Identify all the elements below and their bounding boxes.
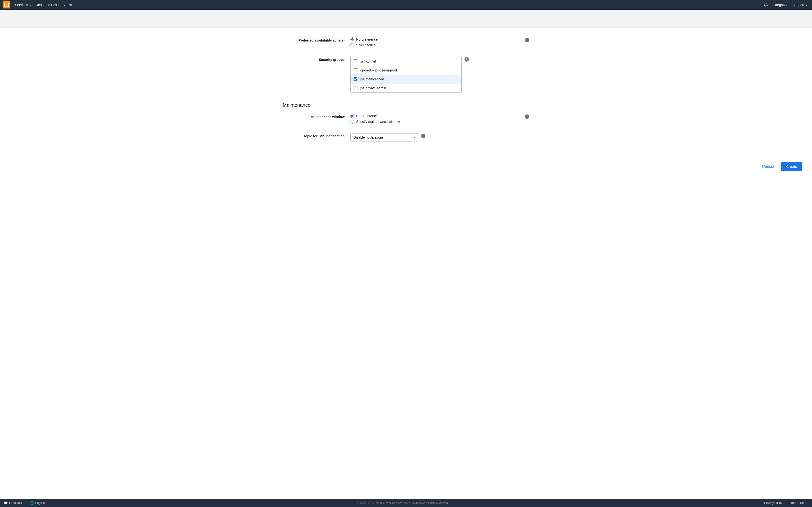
services-chevron-icon xyxy=(29,4,31,6)
security-groups-label: Security groups xyxy=(283,57,350,62)
sg-checkbox-jss-memcached[interactable] xyxy=(354,77,357,81)
aws-cube-icon xyxy=(4,3,9,7)
sg-row-jss-memcached[interactable]: jss-memcached xyxy=(351,75,461,84)
region-chevron-icon xyxy=(786,4,788,6)
language-selector[interactable]: English xyxy=(30,501,45,505)
sns-notification-select[interactable]: Disable notifications xyxy=(350,133,418,142)
page-header-band xyxy=(0,10,812,28)
feedback-label: Feedback xyxy=(9,501,22,505)
maintenance-window-controls: No preference Specify maintenance window… xyxy=(350,114,529,125)
sns-notification-controls: Disable notifications ▼ i xyxy=(350,133,529,142)
maintenance-window-info-icon[interactable]: i xyxy=(525,114,529,119)
feedback-link[interactable]: Feedback xyxy=(4,501,26,505)
create-button[interactable]: Create xyxy=(781,162,802,171)
support-menu[interactable]: Support xyxy=(791,2,809,8)
maintenance-section-title: Maintenance xyxy=(283,97,529,110)
sg-row-ssh-tunnel[interactable]: ssh-tunnel xyxy=(351,57,461,66)
mw-no-preference-label: No preference xyxy=(356,114,378,118)
sns-notification-label: Topic for SNS notification xyxy=(283,133,350,138)
region-menu[interactable]: Oregon xyxy=(771,2,790,8)
security-groups-box: ssh-tunnel open-do-not-use-in-prod jss-m… xyxy=(350,57,462,93)
security-groups-info-icon[interactable]: i xyxy=(464,57,469,62)
sg-checkbox-jss-private-admin[interactable] xyxy=(354,86,357,90)
resource-groups-label: Resource Groups xyxy=(36,3,62,7)
sg-row-jss-private-admin[interactable]: jss-private-admin xyxy=(351,84,461,93)
az-no-preference-label: No preference xyxy=(356,38,378,41)
page-content: Preferred availability zone(s) No prefer… xyxy=(0,10,812,499)
sns-select-wrapper: Disable notifications ▼ xyxy=(350,133,418,142)
az-select-zones-option[interactable]: Select zones xyxy=(350,43,522,47)
sg-name-ssh-tunnel: ssh-tunnel xyxy=(360,59,376,63)
maintenance-window-row: Maintenance window No preference Specify… xyxy=(283,110,529,129)
services-menu[interactable]: Services xyxy=(13,2,33,8)
resource-groups-chevron-icon xyxy=(63,4,65,6)
privacy-policy-link[interactable]: Privacy Policy xyxy=(761,501,785,505)
sg-name-jss-private-admin: jss-private-admin xyxy=(360,86,386,90)
services-label: Services xyxy=(15,3,28,7)
region-label: Oregon xyxy=(773,3,785,7)
footer: Feedback English © 2008 - 2017, Amazon W… xyxy=(0,499,812,507)
security-groups-row: Security groups ssh-tunnel open-do-not-u… xyxy=(283,53,529,97)
sg-checkbox-ssh-tunnel[interactable] xyxy=(354,59,357,63)
language-label: English xyxy=(35,501,45,505)
availability-zone-options: No preference Select zones xyxy=(350,38,522,49)
mw-specify-option[interactable]: Specify maintenance window xyxy=(350,120,522,124)
mw-specify-label: Specify maintenance window xyxy=(356,120,400,124)
az-select-zones-label: Select zones xyxy=(356,43,375,47)
cancel-button[interactable]: Cancel xyxy=(758,163,778,171)
globe-icon xyxy=(30,501,34,505)
mw-no-preference-option[interactable]: No preference xyxy=(350,114,522,118)
feedback-icon xyxy=(4,501,8,505)
notifications-bell-icon[interactable] xyxy=(763,2,768,7)
sg-row-open-do-not-use[interactable]: open-do-not-use-in-prod xyxy=(351,66,461,75)
maintenance-window-label: Maintenance window xyxy=(283,114,350,119)
terms-of-use-link[interactable]: Terms of Use xyxy=(785,501,808,505)
support-chevron-icon xyxy=(806,4,807,6)
sns-notification-row: Topic for SNS notification Disable notif… xyxy=(283,129,529,145)
footer-left: Feedback English xyxy=(4,501,45,505)
form-area: Preferred availability zone(s) No prefer… xyxy=(273,28,539,157)
availability-zone-label: Preferred availability zone(s) xyxy=(283,38,350,42)
maintenance-window-options: No preference Specify maintenance window xyxy=(350,114,522,125)
sg-name-jss-memcached: jss-memcached xyxy=(360,77,384,81)
availability-zone-row: Preferred availability zone(s) No prefer… xyxy=(283,34,529,53)
sns-notification-info-icon[interactable]: i xyxy=(421,134,425,138)
availability-zone-controls: No preference Select zones i xyxy=(350,38,529,49)
action-row: Cancel Create xyxy=(0,157,812,176)
footer-copyright: © 2008 - 2017, Amazon Web Services, Inc.… xyxy=(45,501,761,504)
aws-logo[interactable] xyxy=(3,1,10,8)
footer-right: Privacy Policy Terms of Use xyxy=(761,501,808,505)
az-select-zones-radio[interactable] xyxy=(350,43,354,47)
az-no-preference-option[interactable]: No preference xyxy=(350,38,522,41)
sg-checkbox-open-do-not-use[interactable] xyxy=(354,68,357,72)
security-groups-controls: ssh-tunnel open-do-not-use-in-prod jss-m… xyxy=(350,57,529,93)
mw-specify-radio[interactable] xyxy=(350,120,354,124)
mw-no-preference-radio[interactable] xyxy=(350,114,354,118)
favorites-icon[interactable]: ★ xyxy=(69,2,73,7)
top-navigation: Services Resource Groups ★ Oregon Suppor… xyxy=(0,0,812,10)
sg-name-open-do-not-use: open-do-not-use-in-prod xyxy=(360,68,397,72)
resource-groups-menu[interactable]: Resource Groups xyxy=(34,2,67,8)
availability-zone-info-icon[interactable]: i xyxy=(525,38,529,42)
support-label: Support xyxy=(793,3,804,7)
az-no-preference-radio[interactable] xyxy=(350,38,354,41)
